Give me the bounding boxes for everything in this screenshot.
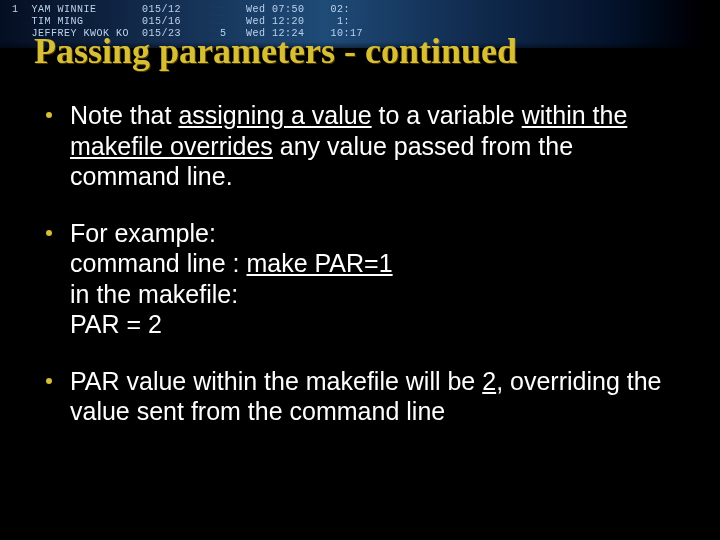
bullet-3-text: PAR value within the makefile will be 2,… — [70, 367, 662, 426]
text-fragment: command line : — [70, 249, 246, 277]
text-underline: 2 — [482, 367, 496, 395]
bullet-3: PAR value within the makefile will be 2,… — [40, 366, 676, 427]
text-underline: assigning a value — [178, 101, 371, 129]
bullet-2: For example: command line : make PAR=1 i… — [40, 218, 676, 340]
bullet-icon — [46, 230, 52, 236]
bullet-2-line-2: command line : make PAR=1 — [70, 248, 676, 279]
bullet-1-text: Note that assigning a value to a variabl… — [70, 101, 627, 190]
text-fragment: PAR value within the makefile will be — [70, 367, 482, 395]
bullet-icon — [46, 112, 52, 118]
text-underline: make PAR=1 — [246, 249, 392, 277]
bullet-icon — [46, 378, 52, 384]
slide-title: Passing parameters - continued — [34, 32, 690, 72]
slide-body: Note that assigning a value to a variabl… — [40, 100, 676, 453]
text-fragment: to a variable — [372, 101, 522, 129]
text-fragment: Note that — [70, 101, 178, 129]
bullet-2-line-4: PAR = 2 — [70, 309, 676, 340]
banner-line-2: TIM MING 015/16 Wed 12:20 1: — [12, 16, 350, 27]
bullet-1: Note that assigning a value to a variabl… — [40, 100, 676, 192]
bullet-2-line-1: For example: — [70, 218, 676, 249]
bullet-2-line-3: in the makefile: — [70, 279, 676, 310]
banner-line-1: 1 YAM WINNIE 015/12 Wed 07:50 02: — [12, 4, 350, 15]
slide: 1 YAM WINNIE 015/12 Wed 07:50 02: TIM MI… — [0, 0, 720, 540]
